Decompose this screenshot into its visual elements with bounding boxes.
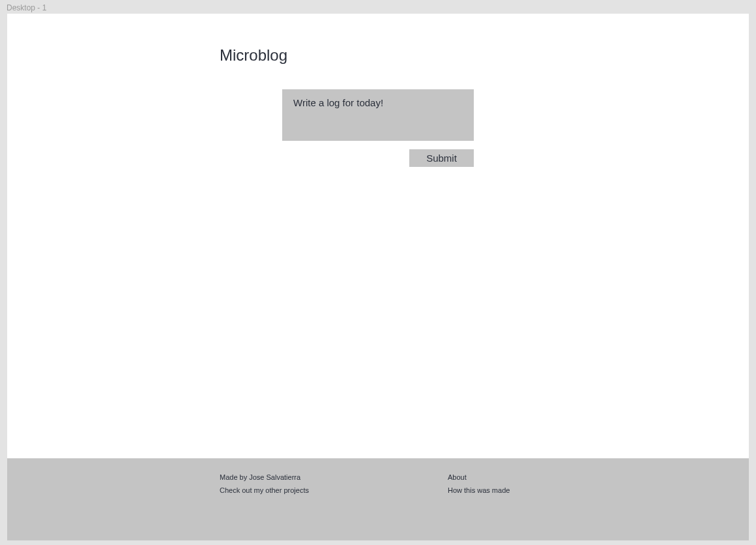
- footer-projects-link[interactable]: Check out my other projects: [220, 486, 448, 495]
- submit-button[interactable]: Submit: [409, 149, 474, 167]
- main-content: Microblog Submit: [7, 14, 749, 458]
- footer-credit[interactable]: Made by Jose Salvatierra: [220, 473, 448, 482]
- footer-column-left: Made by Jose Salvatierra Check out my ot…: [220, 473, 448, 540]
- footer-column-right: About How this was made: [448, 473, 510, 540]
- design-canvas: Microblog Submit Made by Jose Salvatierr…: [7, 14, 749, 540]
- footer-about-link[interactable]: About: [448, 473, 510, 482]
- page-title: Microblog: [220, 46, 749, 65]
- footer: Made by Jose Salvatierra Check out my ot…: [7, 458, 749, 540]
- footer-how-link[interactable]: How this was made: [448, 486, 510, 495]
- submit-row: Submit: [282, 149, 474, 167]
- log-input[interactable]: [282, 89, 474, 141]
- frame-label: Desktop - 1: [0, 0, 756, 14]
- log-form: Submit: [282, 89, 474, 167]
